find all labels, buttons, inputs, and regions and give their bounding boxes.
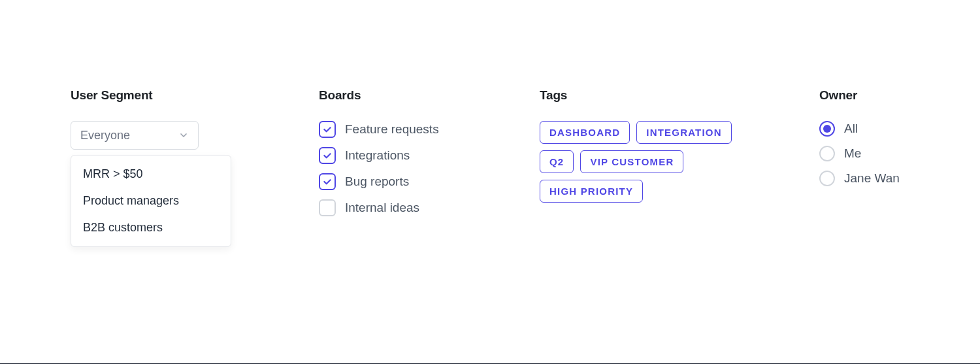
checkbox-checked-icon	[319, 121, 336, 138]
boards-title: Boards	[319, 88, 540, 103]
segment-option[interactable]: B2B customers	[71, 214, 231, 241]
user-segment-section: User Segment Everyone MRR > $50 Product …	[71, 88, 319, 247]
owner-label: Jane Wan	[844, 171, 900, 186]
user-segment-title: User Segment	[71, 88, 319, 103]
radio-selected-icon	[819, 121, 835, 137]
checkbox-unchecked-icon	[319, 199, 336, 216]
tags-section: Tags Dashboard Integration Q2 VIP Custom…	[540, 88, 819, 247]
board-item-integrations[interactable]: Integrations	[319, 147, 540, 164]
board-label: Feature requests	[345, 122, 439, 137]
user-segment-select[interactable]: Everyone	[71, 121, 199, 150]
tags-list: Dashboard Integration Q2 VIP Customer Hi…	[540, 121, 749, 203]
owner-option-all[interactable]: All	[819, 121, 909, 137]
owner-option-jane-wan[interactable]: Jane Wan	[819, 171, 909, 186]
board-label: Internal ideas	[345, 201, 419, 215]
owner-title: Owner	[819, 88, 909, 103]
owner-label: All	[844, 122, 858, 136]
chevron-down-icon	[178, 130, 189, 141]
tag-integration[interactable]: Integration	[636, 121, 731, 144]
radio-unselected-icon	[819, 146, 835, 161]
checkbox-checked-icon	[319, 147, 336, 164]
tag-q2[interactable]: Q2	[540, 150, 574, 173]
boards-checklist: Feature requests Integrations Bug report…	[319, 121, 540, 216]
tag-vip-customer[interactable]: VIP Customer	[580, 150, 683, 173]
segment-option[interactable]: Product managers	[71, 188, 231, 214]
radio-unselected-icon	[819, 171, 835, 186]
owner-section: Owner All Me Jane Wan	[819, 88, 909, 247]
board-label: Integrations	[345, 148, 410, 163]
filter-panel: User Segment Everyone MRR > $50 Product …	[0, 0, 980, 247]
tag-dashboard[interactable]: Dashboard	[540, 121, 630, 144]
boards-section: Boards Feature requests Integrations Bug…	[319, 88, 540, 247]
user-segment-value: Everyone	[80, 129, 130, 142]
owner-radio-list: All Me Jane Wan	[819, 121, 909, 186]
board-label: Bug reports	[345, 174, 409, 189]
checkbox-checked-icon	[319, 173, 336, 190]
board-item-feature-requests[interactable]: Feature requests	[319, 121, 540, 138]
tags-title: Tags	[540, 88, 819, 103]
owner-label: Me	[844, 146, 861, 161]
user-segment-dropdown: MRR > $50 Product managers B2B customers	[71, 155, 231, 247]
tag-high-priority[interactable]: High Priority	[540, 180, 643, 203]
board-item-internal-ideas[interactable]: Internal ideas	[319, 199, 540, 216]
owner-option-me[interactable]: Me	[819, 146, 909, 161]
board-item-bug-reports[interactable]: Bug reports	[319, 173, 540, 190]
segment-option[interactable]: MRR > $50	[71, 161, 231, 188]
